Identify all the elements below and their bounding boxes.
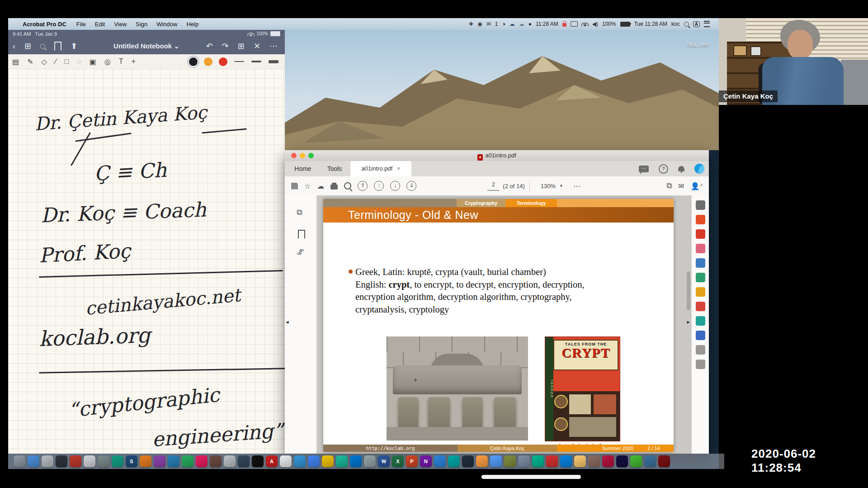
notification-center-icon[interactable] — [704, 21, 710, 27]
ink-color-1[interactable] — [204, 57, 212, 66]
spotlight-icon[interactable] — [684, 22, 689, 27]
comment-icon[interactable] — [696, 302, 705, 311]
last-page-icon[interactable]: ⇓ — [406, 181, 416, 191]
pages-panel-icon[interactable]: ⧉ — [297, 208, 302, 217]
dock-icon-35[interactable] — [504, 455, 516, 467]
toolbar-more-icon[interactable]: ⋯ — [573, 182, 580, 190]
shapes-icon[interactable]: □ — [65, 57, 69, 66]
next-page-icon[interactable]: ↓ — [390, 181, 400, 191]
menu-item-view[interactable]: View — [109, 21, 131, 28]
stroke-thin-button[interactable] — [234, 61, 244, 62]
dock-icon-11[interactable] — [168, 455, 179, 467]
dock-icon-10[interactable] — [154, 455, 165, 467]
dock-icon-29[interactable]: N — [420, 455, 432, 467]
stroke-medium-button[interactable] — [251, 61, 261, 62]
tab-close-icon[interactable]: × — [397, 165, 401, 172]
dock-icon-28[interactable]: P — [406, 455, 418, 467]
dock-icon-15[interactable] — [224, 455, 236, 467]
save-icon[interactable] — [291, 183, 298, 190]
dock-icon-41[interactable] — [588, 455, 600, 467]
dock-icon-1[interactable] — [28, 455, 39, 467]
tab-document[interactable]: a01intro.pdf × — [350, 161, 411, 176]
dock-icon-9[interactable] — [140, 455, 151, 467]
bookmarks-panel-icon[interactable] — [298, 230, 305, 239]
highlighter-icon[interactable]: ∕ — [55, 57, 57, 66]
page-number-input[interactable]: 2 — [487, 181, 499, 191]
menu-item-sign[interactable]: Sign — [131, 21, 152, 28]
menu-item-edit[interactable]: Edit — [90, 21, 109, 28]
cloud-upload-icon[interactable]: ☁ — [317, 182, 324, 190]
dock-icon-36[interactable] — [518, 455, 530, 467]
search-tools-icon[interactable] — [696, 200, 705, 210]
tab-tools[interactable]: Tools — [321, 161, 348, 176]
create-pdf-icon[interactable] — [696, 229, 705, 239]
dock-icon-14[interactable] — [210, 455, 222, 467]
notebook-page[interactable]: Dr. Çetin Kaya KoçÇ ≡ ChDr. Koç ≡ CoachP… — [8, 69, 285, 454]
dock-icon-46[interactable] — [658, 455, 670, 467]
text-icon[interactable]: T — [119, 57, 123, 66]
dropbox-icon[interactable]: ❖ — [468, 21, 473, 27]
enhance-scans-icon[interactable] — [696, 273, 705, 282]
ink-color-2[interactable] — [219, 57, 227, 66]
tab-home[interactable]: Home — [289, 161, 316, 176]
dock-icon-33[interactable] — [476, 455, 488, 467]
stroke-thick-button[interactable] — [269, 60, 278, 63]
fill-sign-icon[interactable] — [696, 316, 705, 326]
first-page-icon[interactable]: ⇑ — [358, 181, 368, 191]
input-source-icon[interactable]: A — [693, 21, 700, 27]
export-pdf-icon[interactable] — [696, 215, 705, 224]
add-page-icon[interactable]: ⊞ — [238, 41, 245, 51]
lasso-icon[interactable]: ◌ — [77, 57, 81, 66]
more-tools-chevron-icon[interactable] — [696, 345, 705, 355]
dock-icon-24[interactable] — [350, 455, 362, 467]
menu-clock[interactable]: Tue 11:28 AM — [634, 21, 667, 27]
zoom-level-select[interactable]: 130% — [541, 183, 556, 190]
find-icon[interactable] — [344, 182, 351, 190]
ink-color-0[interactable] — [189, 57, 198, 66]
pointer-icon[interactable]: + — [132, 57, 136, 66]
dock-icon-5[interactable] — [84, 455, 95, 467]
dock-icon-0[interactable] — [14, 455, 25, 467]
page-panel-icon[interactable]: ▤ — [12, 57, 19, 66]
protect-icon[interactable] — [696, 331, 705, 340]
edit-pdf-icon[interactable] — [696, 287, 705, 297]
user-name[interactable]: koc — [671, 21, 680, 27]
collapse-rail-icon[interactable] — [696, 360, 705, 369]
dock-icon-13[interactable] — [196, 455, 208, 467]
dock-icon-27[interactable]: X — [392, 455, 404, 467]
search-icon[interactable] — [40, 44, 45, 49]
dock-icon-37[interactable] — [532, 455, 544, 467]
dock-icon-6[interactable] — [98, 455, 109, 467]
dock-icon-12[interactable] — [182, 455, 193, 467]
send-mail-icon[interactable]: ✉ — [678, 182, 684, 190]
acrobat-title-bar[interactable]: Aa01intro.pdf — [285, 150, 709, 161]
dock-icon-25[interactable] — [364, 455, 376, 467]
attachments-panel-icon[interactable]: 🖇 — [297, 248, 304, 257]
menu-item-help[interactable]: Help — [182, 21, 203, 28]
dock-icon-38[interactable] — [546, 455, 558, 467]
feedback-bubble-icon[interactable]: ⋯ — [639, 166, 649, 172]
help-icon[interactable]: ? — [659, 164, 668, 174]
dock-icon-18[interactable]: A — [266, 455, 278, 467]
dock-icon-39[interactable] — [560, 455, 572, 467]
image-icon[interactable]: ▣ — [90, 57, 96, 66]
display-icon[interactable] — [571, 21, 578, 27]
pen-icon[interactable]: ✎ — [27, 57, 33, 66]
account-avatar[interactable] — [694, 164, 704, 174]
dock-icon-19[interactable] — [280, 455, 292, 467]
notifications-bell-icon[interactable] — [678, 166, 684, 171]
star-icon[interactable]: ☆ — [304, 182, 311, 190]
dock-icon-43[interactable] — [616, 455, 628, 467]
volume-icon[interactable]: ◀) — [592, 21, 598, 27]
bookmark-icon[interactable] — [54, 42, 61, 51]
dock-icon-4[interactable] — [70, 455, 81, 467]
camera-icon[interactable]: ◎ — [104, 57, 111, 66]
print-icon[interactable] — [330, 185, 338, 190]
dock-icon-8[interactable]: S — [126, 455, 137, 467]
close-icon[interactable]: ✕ — [254, 41, 260, 51]
dock-icon-32[interactable] — [462, 455, 474, 467]
dock-icon-30[interactable] — [434, 455, 446, 467]
dock-icon-44[interactable] — [630, 455, 642, 467]
dock-icon-3[interactable] — [56, 455, 67, 467]
share-icon[interactable]: ⬆ — [71, 41, 77, 51]
